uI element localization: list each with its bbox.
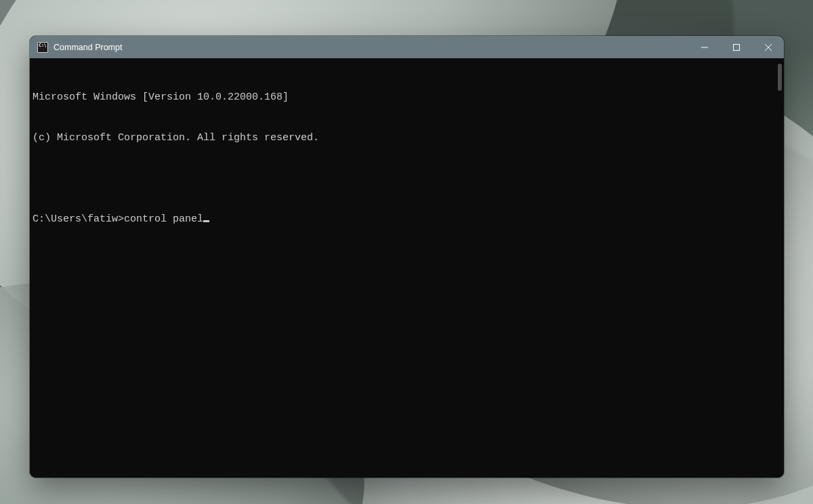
terminal-line: Microsoft Windows [Version 10.0.22000.16… bbox=[33, 91, 783, 104]
titlebar[interactable]: Command Prompt bbox=[30, 36, 784, 58]
svg-rect-0 bbox=[733, 44, 739, 50]
maximize-button[interactable] bbox=[720, 36, 752, 58]
terminal-blank-line bbox=[33, 172, 783, 186]
terminal-cursor bbox=[203, 220, 209, 222]
maximize-icon bbox=[733, 44, 740, 51]
terminal-line: (c) Microsoft Corporation. All rights re… bbox=[33, 131, 783, 145]
terminal-output[interactable]: Microsoft Windows [Version 10.0.22000.16… bbox=[30, 58, 784, 478]
terminal-scrollbar[interactable] bbox=[778, 64, 782, 91]
close-icon bbox=[765, 44, 772, 51]
terminal-prompt: C:\Users\fatiw> bbox=[33, 213, 124, 225]
window-controls bbox=[688, 36, 784, 58]
minimize-icon bbox=[701, 44, 708, 51]
close-button[interactable] bbox=[752, 36, 784, 58]
cmd-icon bbox=[37, 42, 48, 53]
terminal-command-input[interactable]: control panel bbox=[124, 213, 203, 225]
terminal-prompt-line: C:\Users\fatiw>control panel bbox=[33, 213, 783, 226]
titlebar-drag-region[interactable] bbox=[122, 36, 688, 58]
window-title: Command Prompt bbox=[54, 43, 122, 52]
minimize-button[interactable] bbox=[688, 36, 720, 58]
command-prompt-window: Command Prompt Microsoft Windows [Versio… bbox=[30, 36, 784, 478]
